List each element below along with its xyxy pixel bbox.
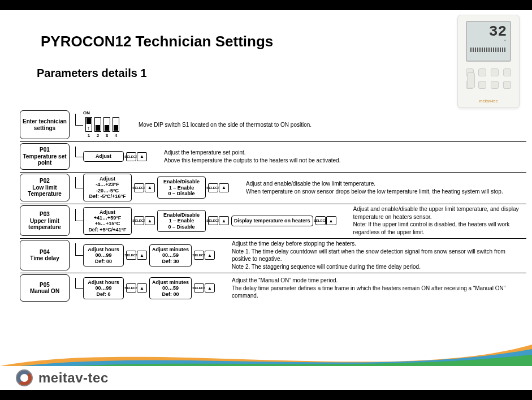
select-up-pair: SELECT: [208, 216, 229, 225]
step-box: Adjust hours00…99Def: 6: [83, 277, 124, 299]
device-power-button: [467, 72, 475, 88]
slide: PYROCON12 Technician Settings Parameters…: [0, 10, 532, 390]
page-subtitle: Parameters details 1: [37, 67, 147, 80]
select-up-pair: SELECT: [126, 251, 147, 260]
steps: Adjust-4…+23°F-20…-5°CDef: -5°C/+16°F SE…: [83, 174, 229, 201]
device-screen: 32 °: [466, 21, 511, 62]
select-button: SELECT: [134, 183, 144, 192]
connector: [73, 240, 83, 270]
up-button: [145, 183, 155, 192]
param-label: P05 Manual ON: [20, 274, 70, 302]
param-code: P01: [22, 147, 67, 153]
up-button: [137, 251, 147, 260]
step-box: Enable/Disable1 – Enable0 – Disable: [157, 210, 206, 232]
select-up-pair: SELECT: [126, 152, 147, 161]
param-desc: Adjust and enable/disable the upper limi…: [336, 205, 526, 236]
connector: [73, 110, 83, 139]
param-row: P02 Low limit Temperature Adjust-4…+23°F…: [20, 173, 526, 204]
steps: Adjust+41…+59°F+5…+15°CDef: +5°C/+41°F S…: [83, 205, 336, 236]
param-desc: Adjust and enable/disable the low limit …: [229, 174, 526, 201]
steps: Adjust hours00…99Def: 00 SELECT Adjust m…: [83, 240, 215, 270]
param-row: P01 Temperature set point Adjust SELECT …: [20, 142, 526, 173]
up-button: [205, 283, 215, 293]
select-button: SELECT: [208, 216, 218, 225]
device-btn: [491, 81, 499, 89]
page-title: PYROCON12 Technician Settings: [41, 33, 273, 50]
step-box: Display temperature on heaters: [231, 216, 313, 226]
step-box: Adjust minutes00…59Def: 30: [149, 244, 192, 266]
param-row: P05 Manual ON Adjust hours00…99Def: 6 SE…: [20, 273, 526, 304]
dip-sw-1: 1: [85, 117, 92, 138]
param-desc: Adjust the time delay before stopping th…: [215, 240, 526, 270]
select-up-pair: SELECT: [194, 251, 215, 260]
dip-sw-4: 4: [113, 117, 119, 138]
connector: [73, 274, 83, 302]
param-desc: Move DIP switch S1 located on the side o…: [122, 110, 526, 139]
steps: Adjust SELECT: [83, 143, 147, 170]
select-up-pair: SELECT: [208, 183, 229, 192]
param-desc: Adjust the “Manual ON” mode time period.…: [215, 274, 526, 302]
up-button: [145, 216, 155, 225]
select-button: SELECT: [126, 152, 136, 161]
param-code: P03: [22, 211, 67, 218]
select-up-pair: SELECT: [126, 283, 147, 293]
step-box: Adjust-4…+23°F-20…-5°CDef: -5°C/+16°F: [83, 174, 132, 201]
up-button: [137, 283, 147, 293]
step-box: Adjust+41…+59°F+5…+15°CDef: +5°C/+41°F: [83, 207, 132, 235]
param-label-text: Enter technician settings: [22, 118, 67, 131]
steps: ON 1 2 3 4: [83, 110, 122, 139]
select-up-pair: SELECT: [315, 216, 336, 225]
param-code: P05: [22, 282, 67, 289]
step-box: Adjust hours00…99Def: 00: [83, 244, 124, 266]
up-button: [137, 152, 147, 161]
connector: [73, 205, 83, 236]
device-unit: °: [504, 39, 507, 44]
select-up-pair: SELECT: [134, 216, 155, 225]
param-code: P02: [22, 178, 67, 184]
device-btn: [503, 81, 511, 89]
device-btn: [491, 68, 499, 76]
up-button: [326, 216, 336, 225]
select-button: SELECT: [194, 283, 204, 293]
device-btn: [503, 68, 511, 76]
param-label: P04 Time delay: [20, 240, 70, 270]
footer-bar: meitav-tec: [0, 366, 532, 390]
step-box: Adjust: [83, 151, 124, 161]
param-label: P03 Upper limit temperature: [20, 205, 70, 236]
select-up-pair: SELECT: [134, 183, 155, 192]
dip-switch: ON 1 2 3 4: [83, 110, 122, 139]
dip-sw-3: 3: [103, 117, 110, 138]
connector: [73, 143, 83, 170]
device-bars: [470, 48, 507, 52]
param-code: P04: [22, 249, 67, 256]
select-button: SELECT: [126, 283, 136, 293]
device-brand: meitav-tec: [479, 99, 498, 103]
select-button: SELECT: [194, 251, 204, 260]
step-box: Adjust minutes00…59Def: 00: [149, 277, 192, 299]
select-button: SELECT: [315, 216, 326, 225]
param-label-text: Time delay: [22, 255, 67, 262]
param-label-text: Temperature set point: [22, 153, 67, 166]
param-label-text: Manual ON: [22, 288, 67, 295]
brand-logo-icon: [16, 369, 33, 386]
thermostat-device: 32 ° meitav-tec: [457, 15, 520, 108]
select-button: SELECT: [134, 216, 144, 225]
param-label-text: Low limit Temperature: [22, 184, 67, 197]
param-row: P04 Time delay Adjust hours00…99Def: 00 …: [20, 239, 526, 273]
param-label: P02 Low limit Temperature: [20, 174, 70, 201]
select-up-pair: SELECT: [194, 283, 215, 293]
param-label: Enter technician settings: [20, 110, 70, 139]
param-desc: Adjust the temperature set point.Above t…: [147, 143, 526, 170]
up-button: [219, 183, 229, 192]
device-btn: [478, 81, 486, 89]
device-btn: [478, 68, 486, 76]
up-button: [219, 216, 229, 225]
connector: [73, 174, 83, 201]
parameter-rows: Enter technician settings ON 1 2 3 4 Mov…: [20, 109, 526, 304]
param-label: P01 Temperature set point: [20, 143, 70, 170]
dip-on-label: ON: [83, 110, 90, 115]
param-row: Enter technician settings ON 1 2 3 4 Mov…: [20, 109, 526, 142]
steps: Adjust hours00…99Def: 6 SELECT Adjust mi…: [83, 274, 215, 302]
param-row: P03 Upper limit temperature Adjust+41…+5…: [20, 204, 526, 239]
dip-sw-2: 2: [94, 117, 101, 138]
